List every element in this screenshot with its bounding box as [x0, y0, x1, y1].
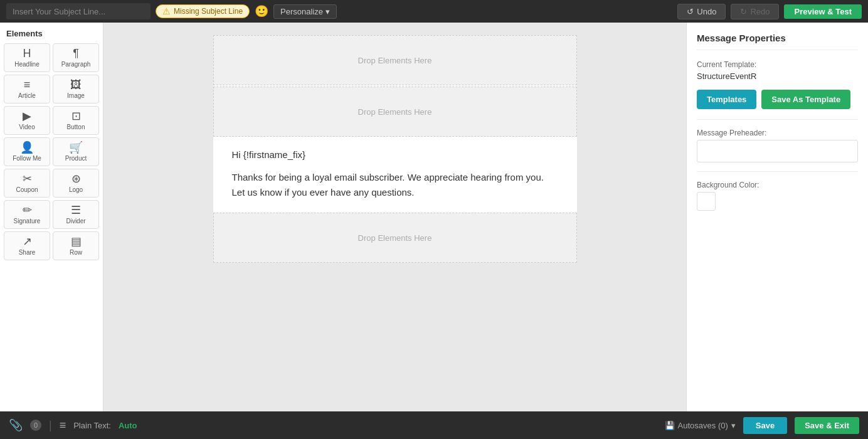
- elements-grid: HHeadline¶Paragraph≡Article🖼Image▶Video⊡…: [4, 43, 99, 260]
- preview-test-label: Preview & Test: [794, 7, 852, 16]
- current-template-row: Current Template: StructureEventR: [697, 60, 858, 81]
- main-area: Elements HHeadline¶Paragraph≡Article🖼Ima…: [0, 23, 868, 411]
- email-body-text: Thanks for being a loyal email subscribe…: [232, 170, 558, 200]
- templates-button[interactable]: Templates: [697, 90, 756, 109]
- element-video[interactable]: ▶Video: [4, 106, 50, 135]
- panel-divider-2: [697, 171, 858, 172]
- divider-label: Divider: [66, 218, 85, 225]
- preheader-input[interactable]: [697, 140, 858, 162]
- current-template-label: Current Template:: [697, 60, 858, 69]
- element-share[interactable]: ↗Share: [4, 231, 50, 260]
- bottom-divider: |: [49, 419, 52, 432]
- element-product[interactable]: 🛒Product: [53, 137, 99, 166]
- autosaves-button[interactable]: 💾 Autosaves (0) ▾: [665, 421, 736, 430]
- elements-sidebar: Elements HHeadline¶Paragraph≡Article🖼Ima…: [0, 23, 103, 411]
- drop-zone-top[interactable]: Drop Elements Here: [213, 35, 577, 85]
- drop-zone-bottom-label: Drop Elements Here: [358, 233, 432, 243]
- undo-button[interactable]: ↺ Undo: [677, 4, 726, 19]
- element-row[interactable]: ▤Row: [53, 231, 99, 260]
- personalize-label: Personalize: [280, 7, 323, 16]
- paragraph-icon: ¶: [73, 48, 79, 59]
- element-paragraph[interactable]: ¶Paragraph: [53, 43, 99, 72]
- signature-label: Signature: [14, 218, 41, 225]
- preheader-row: Message Preheader:: [697, 129, 858, 162]
- drop-zone-bottom[interactable]: Drop Elements Here: [213, 213, 577, 263]
- headline-label: Headline: [14, 61, 39, 68]
- save-exit-button[interactable]: Save & Exit: [795, 417, 859, 434]
- autosaves-label: Autosaves (0): [678, 421, 728, 430]
- button-label: Button: [67, 124, 85, 130]
- button-icon: ⊡: [71, 110, 81, 122]
- image-label: Image: [67, 92, 85, 99]
- article-label: Article: [18, 92, 36, 99]
- bottombar: 📎 0 | ≡ Plain Text: Auto 💾 Autosaves (0)…: [0, 411, 868, 439]
- text-align-icon[interactable]: ≡: [60, 419, 66, 432]
- redo-button[interactable]: ↻ Redo: [731, 4, 779, 19]
- bg-color-label: Background Color:: [697, 181, 858, 189]
- current-template-value: StructureEventR: [697, 71, 858, 81]
- logo-icon: ⊛: [71, 173, 81, 184]
- personalize-button[interactable]: Personalize ▾: [273, 4, 337, 19]
- save-button[interactable]: Save: [743, 417, 787, 434]
- logo-label: Logo: [69, 186, 83, 193]
- redo-label: Redo: [750, 7, 770, 16]
- divider-icon: ☰: [71, 204, 81, 216]
- plain-text-label: Plain Text:: [73, 421, 111, 430]
- template-buttons: Templates Save As Template: [697, 90, 858, 109]
- undo-label: Undo: [697, 7, 716, 16]
- save-as-template-button[interactable]: Save As Template: [761, 90, 850, 109]
- product-icon: 🛒: [69, 142, 83, 153]
- element-divider[interactable]: ☰Divider: [53, 200, 99, 229]
- undo-icon: ↺: [687, 7, 694, 16]
- panel-divider: [697, 119, 858, 120]
- element-follow-me[interactable]: 👤Follow Me: [4, 137, 50, 166]
- sidebar-title: Elements: [4, 29, 99, 38]
- follow-me-label: Follow Me: [13, 155, 41, 162]
- message-properties-title: Message Properties: [697, 33, 858, 50]
- share-icon: ↗: [23, 236, 32, 247]
- preview-test-button[interactable]: Preview & Test: [784, 4, 862, 19]
- bg-color-swatch[interactable]: [697, 192, 716, 211]
- element-article[interactable]: ≡Article: [4, 75, 50, 103]
- follow-me-icon: 👤: [20, 142, 34, 153]
- element-coupon[interactable]: ✂Coupon: [4, 169, 50, 198]
- drop-zone-top-label: Drop Elements Here: [358, 56, 432, 65]
- drop-zone-middle-label: Drop Elements Here: [358, 107, 432, 117]
- element-logo[interactable]: ⊛Logo: [53, 169, 99, 198]
- plain-text-value[interactable]: Auto: [119, 421, 137, 430]
- emoji-button[interactable]: 🙂: [255, 4, 268, 18]
- redo-icon: ↻: [740, 7, 747, 16]
- missing-subject-badge: ⚠ Missing Subject Line: [156, 4, 250, 18]
- headline-icon: H: [23, 48, 31, 59]
- chevron-down-icon: ▾: [731, 421, 736, 430]
- row-icon: ▤: [71, 236, 82, 247]
- email-body: Hi {!firstname_fix} Thanks for being a l…: [213, 137, 577, 213]
- drop-zone-middle[interactable]: Drop Elements Here: [213, 87, 577, 137]
- coupon-label: Coupon: [16, 186, 38, 193]
- preheader-label: Message Preheader:: [697, 129, 858, 137]
- video-label: Video: [19, 124, 34, 130]
- share-label: Share: [19, 249, 36, 256]
- video-icon: ▶: [23, 110, 31, 122]
- product-label: Product: [65, 155, 87, 162]
- email-canvas: Drop Elements Here Drop Elements Here Hi…: [213, 35, 577, 263]
- bg-color-row: Background Color:: [697, 181, 858, 211]
- warning-icon: ⚠: [162, 6, 171, 16]
- email-greeting: Hi {!firstname_fix}: [232, 149, 558, 160]
- signature-icon: ✏: [23, 204, 32, 216]
- element-signature[interactable]: ✏Signature: [4, 200, 50, 229]
- row-label: Row: [70, 249, 82, 256]
- chevron-down-icon: ▾: [326, 7, 330, 16]
- article-icon: ≡: [24, 79, 31, 90]
- element-button[interactable]: ⊡Button: [53, 106, 99, 135]
- attachment-count: 0: [30, 420, 41, 431]
- subject-line-input[interactable]: [6, 3, 151, 19]
- paragraph-label: Paragraph: [61, 61, 91, 68]
- coupon-icon: ✂: [23, 173, 32, 184]
- element-image[interactable]: 🖼Image: [53, 75, 99, 103]
- missing-subject-label: Missing Subject Line: [174, 7, 243, 16]
- element-headline[interactable]: HHeadline: [4, 43, 50, 72]
- attachment-icon[interactable]: 📎: [9, 418, 23, 432]
- canvas-area: Drop Elements Here Drop Elements Here Hi…: [103, 23, 686, 411]
- image-icon: 🖼: [70, 79, 82, 90]
